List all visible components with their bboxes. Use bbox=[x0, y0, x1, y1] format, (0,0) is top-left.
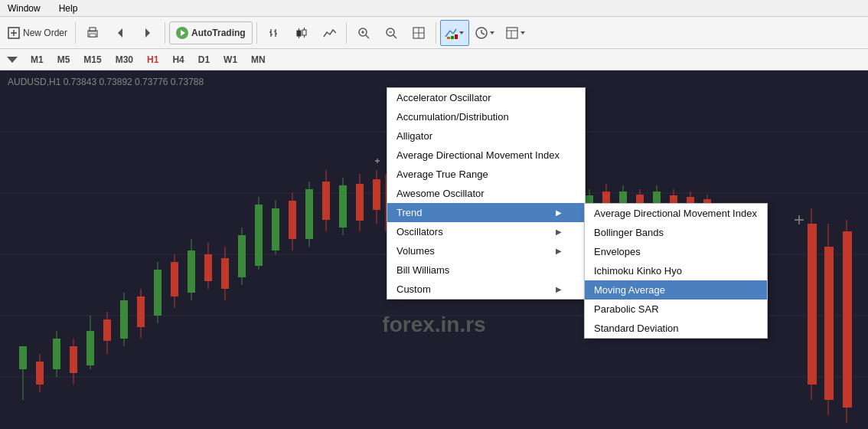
menu-item-custom[interactable]: Custom ▶ bbox=[387, 280, 585, 299]
submenu-ichimoku[interactable]: Ichimoku Kinko Hyo bbox=[585, 261, 767, 280]
line-chart-button[interactable] bbox=[316, 20, 342, 46]
tf-m15[interactable]: M15 bbox=[77, 53, 107, 67]
back-button[interactable] bbox=[107, 20, 133, 46]
new-order-label: New Order bbox=[23, 28, 67, 38]
chart-label: AUDUSD,H1 0.73843 0.73892 0.73776 0.7378… bbox=[8, 77, 204, 87]
svg-marker-41 bbox=[490, 31, 494, 34]
menu-item-volumes[interactable]: Volumes ▶ bbox=[387, 241, 585, 260]
svg-rect-82 bbox=[255, 205, 263, 266]
svg-rect-72 bbox=[171, 262, 178, 296]
tf-d1[interactable]: D1 bbox=[192, 53, 216, 67]
indicators-button[interactable] bbox=[440, 20, 469, 46]
submenu-admi[interactable]: Average Directional Movement Index bbox=[585, 204, 767, 223]
svg-line-31 bbox=[445, 31, 450, 37]
chart-area: AUDUSD,H1 0.73843 0.73892 0.73776 0.7378… bbox=[0, 70, 868, 429]
print-button[interactable] bbox=[80, 20, 106, 46]
watermark: forex.in.rs bbox=[382, 313, 485, 337]
menu-item-accumulation[interactable]: Accumulation/Distribution bbox=[387, 107, 585, 126]
menu-item-bill-williams[interactable]: Bill Williams bbox=[387, 260, 585, 280]
separator-4 bbox=[346, 22, 347, 44]
svg-marker-6 bbox=[118, 28, 122, 38]
separator-5 bbox=[436, 22, 436, 44]
menu-item-atr[interactable]: Average True Range bbox=[387, 165, 585, 184]
separator-3 bbox=[256, 22, 257, 44]
line-chart-icon bbox=[322, 26, 336, 40]
menu-item-awesome[interactable]: Awesome Oscillator bbox=[387, 184, 585, 203]
trend-arrow: ▶ bbox=[556, 208, 562, 217]
svg-rect-78 bbox=[221, 258, 229, 289]
svg-rect-96 bbox=[373, 179, 380, 210]
menu-item-trend[interactable]: Trend ▶ bbox=[387, 203, 585, 222]
svg-marker-8 bbox=[181, 30, 185, 36]
volumes-arrow: ▶ bbox=[556, 247, 562, 255]
menu-bar: Window Help bbox=[0, 0, 868, 17]
template-button[interactable] bbox=[501, 20, 530, 46]
bar-chart-icon bbox=[267, 26, 281, 40]
candlestick-icon bbox=[295, 26, 308, 40]
menu-item-alligator[interactable]: Alligator bbox=[387, 126, 585, 146]
svg-rect-60 bbox=[70, 346, 77, 373]
print-icon bbox=[86, 26, 100, 40]
svg-rect-56 bbox=[36, 362, 44, 385]
tf-mn[interactable]: MN bbox=[245, 53, 272, 67]
svg-rect-94 bbox=[356, 184, 364, 221]
indicators-icon bbox=[444, 26, 458, 40]
svg-rect-54 bbox=[19, 346, 27, 369]
svg-marker-45 bbox=[520, 31, 525, 34]
menu-window[interactable]: Window bbox=[5, 2, 44, 15]
clock-dropdown-icon bbox=[488, 29, 496, 37]
trend-submenu: Average Directional Movement Index Bolli… bbox=[584, 203, 768, 339]
menu-help[interactable]: Help bbox=[56, 2, 81, 15]
zoom-in-button[interactable] bbox=[351, 20, 377, 46]
submenu-std-dev[interactable]: Standard Deviation bbox=[585, 319, 767, 338]
periodicity-button[interactable] bbox=[471, 20, 500, 46]
candlestick-button[interactable] bbox=[289, 20, 315, 46]
svg-rect-62 bbox=[86, 331, 94, 365]
submenu-parabolic[interactable]: Parabolic SAR bbox=[585, 300, 767, 319]
svg-line-22 bbox=[366, 35, 369, 38]
svg-rect-18 bbox=[302, 30, 306, 35]
svg-rect-88 bbox=[305, 189, 313, 239]
svg-rect-66 bbox=[120, 300, 128, 339]
clock-icon bbox=[475, 26, 488, 40]
chart-bar-button[interactable] bbox=[261, 20, 287, 46]
oscillators-arrow: ▶ bbox=[556, 228, 562, 236]
forward-button[interactable] bbox=[135, 20, 161, 46]
svg-rect-42 bbox=[507, 28, 517, 38]
tf-w1[interactable]: W1 bbox=[217, 53, 243, 67]
svg-rect-5 bbox=[90, 34, 96, 37]
tf-m1[interactable]: M1 bbox=[24, 53, 50, 67]
toolbar: New Order AutoTrading bbox=[0, 17, 868, 49]
indicators-dropdown: Accelerator Oscillator Accumulation/Dist… bbox=[387, 87, 586, 300]
menu-item-admi[interactable]: Average Directional Movement Index bbox=[387, 146, 585, 165]
svg-rect-70 bbox=[154, 270, 162, 316]
svg-rect-123 bbox=[843, 231, 852, 408]
tf-m30[interactable]: M30 bbox=[109, 53, 139, 67]
submenu-moving-average[interactable]: Moving Average bbox=[585, 280, 767, 300]
timeframe-bar: M1 M5 M15 M30 H1 H4 D1 W1 MN bbox=[0, 49, 868, 70]
submenu-envelopes[interactable]: Envelopes bbox=[585, 242, 767, 261]
grid-icon bbox=[412, 26, 426, 40]
tf-h1[interactable]: H1 bbox=[141, 53, 165, 67]
tf-m5[interactable]: M5 bbox=[51, 53, 77, 67]
separator-1 bbox=[75, 22, 76, 44]
tf-dropdown-icon bbox=[5, 52, 20, 67]
submenu-bollinger[interactable]: Bollinger Bands bbox=[585, 223, 767, 242]
new-order-button[interactable]: New Order bbox=[3, 20, 71, 46]
menu-item-accelerator[interactable]: Accelerator Oscillator bbox=[387, 88, 585, 107]
svg-rect-76 bbox=[204, 254, 212, 281]
forward-icon bbox=[141, 26, 155, 40]
svg-rect-15 bbox=[297, 31, 301, 36]
tf-h4[interactable]: H4 bbox=[166, 53, 190, 67]
menu-item-trend-container: Trend ▶ Average Directional Movement Ind… bbox=[387, 203, 585, 222]
zoom-out-button[interactable] bbox=[378, 20, 404, 46]
chart-grid-button[interactable] bbox=[406, 20, 432, 46]
auto-trading-button[interactable]: AutoTrading bbox=[169, 21, 253, 44]
svg-line-32 bbox=[450, 31, 453, 34]
svg-marker-46 bbox=[7, 57, 18, 63]
svg-line-33 bbox=[453, 29, 456, 34]
menu-item-oscillators[interactable]: Oscillators ▶ bbox=[387, 222, 585, 241]
svg-line-40 bbox=[481, 33, 485, 34]
dropdown-arrow-icon bbox=[458, 29, 465, 37]
template-icon bbox=[505, 26, 519, 40]
